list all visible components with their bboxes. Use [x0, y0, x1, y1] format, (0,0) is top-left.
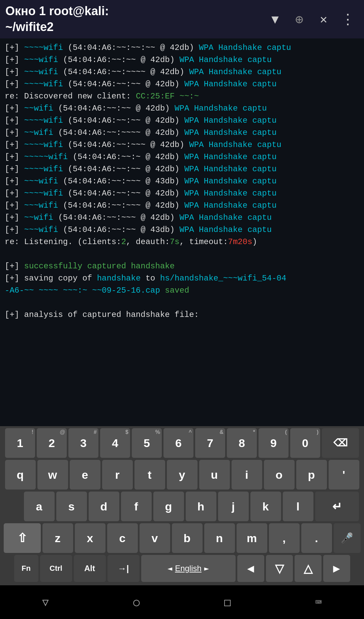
terminal-line: [+] ~~~~wifi (54:04:A6:~~:~~ @ 42db) WPA…: [5, 115, 359, 127]
key-m[interactable]: m: [237, 523, 267, 553]
key-u[interactable]: u: [199, 460, 230, 490]
terminal-line: [+] ~~~wifi (54:04:A6:~~:~~~ @ 42db) WPA…: [5, 200, 359, 212]
key-g[interactable]: g: [153, 492, 184, 521]
key-r[interactable]: r: [102, 460, 133, 490]
terminal-line: [+] ~~~~wifi (54:04:A6:~~:~~:~~ @ 42db) …: [5, 42, 359, 54]
key-a[interactable]: a: [24, 492, 55, 521]
key-h[interactable]: h: [186, 492, 216, 521]
zxcv-row: ⇧zxcvbnm,.🎤: [1, 523, 363, 553]
key-k[interactable]: k: [250, 492, 281, 521]
terminal-line: [+] ~~wifi (54:04:A6:~~:~~~~ @ 42db) WPA…: [5, 127, 359, 139]
number-row: !1@2#3$4%5^6&7*8(9)0⌫: [1, 428, 363, 458]
key-apostrophe[interactable]: ': [329, 460, 359, 490]
arrow-up-key[interactable]: △: [295, 555, 322, 582]
terminal-output: [+] ~~~~wifi (54:04:A6:~~:~~:~~ @ 42db) …: [0, 38, 364, 426]
bottom-row: FnCtrlAlt→| ◄ English ► ◄▽△►: [1, 555, 363, 582]
keyboard: !1@2#3$4%5^6&7*8(9)0⌫ qwertyuiop' asdfgh…: [0, 426, 364, 585]
lang-right-arrow: ►: [204, 564, 209, 573]
terminal-line: [+] ~~~~wifi (54:04:A6:~~:~~ @ 42db) WPA…: [5, 78, 359, 90]
enter-key[interactable]: ↵: [315, 492, 359, 521]
terminal-line: [5, 297, 359, 309]
key-s[interactable]: s: [56, 492, 87, 521]
terminal-line: [+] ~~~wifi (54:04:A6:~~:~~~ @ 43db) WPA…: [5, 175, 359, 187]
microphone-key[interactable]: 🎤: [334, 523, 361, 553]
key-.[interactable]: .: [301, 523, 332, 553]
key-,[interactable]: ,: [269, 523, 300, 553]
key-2[interactable]: @2: [37, 428, 67, 458]
qwerty-row: qwertyuiop': [1, 460, 363, 490]
key-v[interactable]: v: [140, 523, 170, 553]
key-p[interactable]: p: [296, 460, 327, 490]
key-8[interactable]: *8: [227, 428, 257, 458]
asdf-row: asdfghjkl↵: [1, 492, 363, 521]
ctrl-key[interactable]: Ctrl: [40, 555, 72, 582]
fn-key[interactable]: Fn: [14, 555, 38, 582]
terminal-line: [+] ~~~wifi (54:04:A6:~~:~~ @ 43db) WPA …: [5, 224, 359, 236]
terminal-line: -A6-~~ ~~~~ ~~~:~ ~~09-25-16.cap saved: [5, 285, 359, 297]
terminal-line: [+] ~~~wifi (54:04:A6:~~:~~ @ 42db) WPA …: [5, 54, 359, 66]
key-0[interactable]: )0: [290, 428, 320, 458]
terminal-line: [+] ~~~wifi (54:04:A6:~~:~~~~ @ 42db) WP…: [5, 66, 359, 78]
terminal-line: re: Discovered new client: CC:25:EF ~~:~: [5, 90, 359, 102]
key-6[interactable]: ^6: [163, 428, 193, 458]
terminal-line: [+] ~~~~wifi (54:04:A6:~~:~~ @ 42db) WPA…: [5, 163, 359, 175]
dropdown-button[interactable]: ▼: [264, 8, 286, 30]
key-9[interactable]: (9: [259, 428, 289, 458]
alt-key[interactable]: Alt: [74, 555, 106, 582]
key-4[interactable]: $4: [100, 428, 130, 458]
key-y[interactable]: y: [167, 460, 198, 490]
lang-left-arrow: ◄: [168, 564, 172, 573]
keyboard-icon: ⌨: [315, 596, 322, 609]
terminal-line: [+] saving copy of handshake to hs/hands…: [5, 272, 359, 285]
key-c[interactable]: c: [107, 523, 138, 553]
terminal-line: re: Listening. (clients:2, deauth:7s, ti…: [5, 236, 359, 248]
backspace-key[interactable]: ⌫: [322, 428, 359, 458]
key-l[interactable]: l: [283, 492, 313, 521]
key-1[interactable]: !1: [5, 428, 35, 458]
arrow-left-key[interactable]: ◄: [237, 555, 264, 582]
terminal-line: [+] successfully captured handshake: [5, 260, 359, 272]
language-label: English: [175, 564, 202, 573]
menu-button[interactable]: ⋮: [337, 8, 359, 30]
key-3[interactable]: #3: [68, 428, 98, 458]
terminal-line: [+] ~~~~wifi (54:04:A6:~~:~~ @ 42db) WPA…: [5, 187, 359, 200]
keyboard-toggle-button[interactable]: ⌨: [305, 592, 332, 612]
terminal-line: [+] ~~~~~wifi (54:04:A6:~~:~ @ 42db) WPA…: [5, 151, 359, 163]
recent-icon: □: [224, 596, 231, 609]
home-icon: ○: [133, 596, 140, 609]
terminal-line: [+] analysis of captured handshake file:: [5, 309, 359, 321]
window-title: Окно 1 root@kali: ~/wifite2: [5, 3, 262, 35]
key-b[interactable]: b: [172, 523, 203, 553]
key-j[interactable]: j: [218, 492, 249, 521]
arrow-down-key[interactable]: ▽: [266, 555, 293, 582]
key-7[interactable]: &7: [195, 428, 225, 458]
shift-key[interactable]: ⇧: [4, 523, 41, 553]
back-icon: ▽: [42, 596, 49, 609]
key-e[interactable]: e: [70, 460, 100, 490]
key-t[interactable]: t: [134, 460, 165, 490]
key-i[interactable]: i: [232, 460, 262, 490]
key-5[interactable]: %5: [132, 428, 162, 458]
arrow-right-key[interactable]: ►: [323, 555, 350, 582]
home-button[interactable]: ○: [123, 592, 150, 612]
titlebar: Окно 1 root@kali: ~/wifite2 ▼ ⊕ ✕ ⋮: [0, 0, 364, 38]
language-selector[interactable]: ◄ English ►: [141, 555, 236, 582]
key-q[interactable]: q: [5, 460, 36, 490]
navigation-bar: ▽ ○ □ ⌨: [0, 585, 364, 619]
key-z[interactable]: z: [42, 523, 73, 553]
key-n[interactable]: n: [204, 523, 235, 553]
tab-key[interactable]: →|: [108, 555, 140, 582]
terminal-line: [5, 248, 359, 260]
key-x[interactable]: x: [75, 523, 105, 553]
key-o[interactable]: o: [264, 460, 295, 490]
terminal-line: [+] ~~wifi (54:04:A6:~~:~~ @ 42db) WPA H…: [5, 102, 359, 115]
terminal-line: [+] ~~wifi (54:04:A6:~~:~~~ @ 42db) WPA …: [5, 212, 359, 224]
key-w[interactable]: w: [37, 460, 68, 490]
key-d[interactable]: d: [89, 492, 119, 521]
back-button[interactable]: ▽: [32, 592, 59, 612]
terminal-line: [+] ~~~~wifi (54:04:A6:~~:~~~ @ 42db) WP…: [5, 139, 359, 151]
add-tab-button[interactable]: ⊕: [289, 8, 310, 30]
close-button[interactable]: ✕: [313, 8, 334, 30]
key-f[interactable]: f: [121, 492, 152, 521]
recent-apps-button[interactable]: □: [214, 592, 241, 612]
